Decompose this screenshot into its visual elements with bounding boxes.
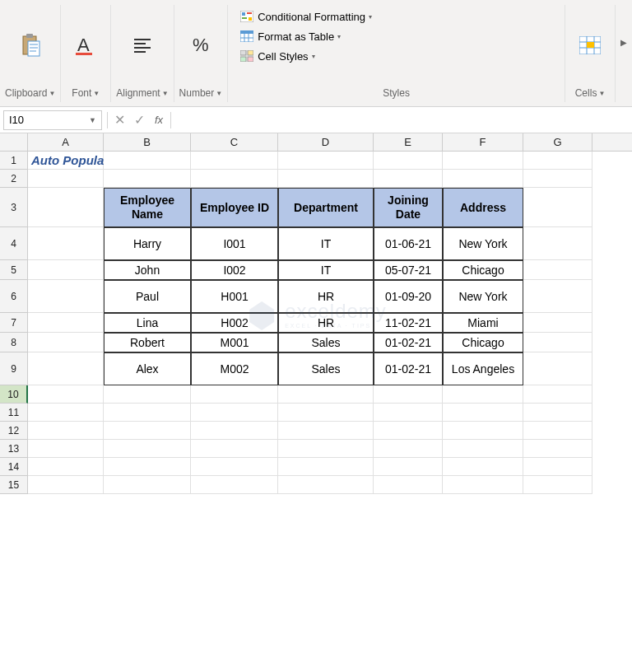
- cell[interactable]: [28, 170, 104, 188]
- chevron-down-icon[interactable]: ▼: [216, 90, 222, 97]
- table-cell[interactable]: Alex: [104, 352, 191, 385]
- table-cell[interactable]: Lina: [104, 313, 191, 333]
- enter-button[interactable]: ✓: [129, 110, 149, 130]
- cell[interactable]: [374, 476, 443, 494]
- row-header[interactable]: 15: [0, 476, 28, 494]
- cell[interactable]: [374, 458, 443, 476]
- table-cell[interactable]: 05-07-21: [374, 260, 443, 280]
- cell[interactable]: [28, 333, 104, 352]
- table-cell[interactable]: HR: [278, 313, 374, 333]
- cell[interactable]: [191, 422, 278, 440]
- chevron-down-icon[interactable]: ▾: [337, 33, 341, 40]
- cell[interactable]: [374, 404, 443, 422]
- table-cell[interactable]: Sales: [278, 333, 374, 352]
- alignment-button[interactable]: [123, 29, 162, 62]
- cell[interactable]: [278, 385, 374, 404]
- row-header[interactable]: 5: [0, 260, 28, 280]
- cell[interactable]: [374, 422, 443, 440]
- table-cell[interactable]: M002: [191, 352, 278, 385]
- cell[interactable]: [523, 422, 592, 440]
- table-cell[interactable]: Paul: [104, 280, 191, 313]
- row-header[interactable]: 13: [0, 440, 28, 458]
- cell[interactable]: [523, 152, 592, 170]
- cell[interactable]: [278, 152, 374, 170]
- cell[interactable]: [523, 404, 592, 422]
- clipboard-button[interactable]: [11, 29, 50, 62]
- row-header[interactable]: 14: [0, 458, 28, 476]
- cell[interactable]: [278, 476, 374, 494]
- name-box[interactable]: I10 ▼: [3, 110, 102, 130]
- cell[interactable]: [374, 170, 443, 188]
- cell[interactable]: [28, 260, 104, 280]
- table-cell[interactable]: Robert: [104, 333, 191, 352]
- cell[interactable]: [28, 313, 104, 333]
- cell[interactable]: [523, 333, 592, 352]
- cell[interactable]: [191, 385, 278, 404]
- cell[interactable]: [28, 352, 104, 385]
- table-cell[interactable]: M001: [191, 333, 278, 352]
- ribbon-more-button[interactable]: ▶: [616, 5, 632, 47]
- cell[interactable]: [104, 170, 191, 188]
- cell[interactable]: [523, 476, 592, 494]
- cell[interactable]: [28, 476, 104, 494]
- cell[interactable]: [191, 170, 278, 188]
- cell[interactable]: [278, 458, 374, 476]
- cell[interactable]: [278, 170, 374, 188]
- cell[interactable]: [191, 152, 278, 170]
- cell[interactable]: [28, 385, 104, 404]
- cell-styles-button[interactable]: Cell Styles ▾: [236, 48, 556, 64]
- cells-button[interactable]: [570, 29, 610, 62]
- table-header-cell[interactable]: Department: [278, 188, 374, 227]
- table-header-cell[interactable]: Address: [443, 188, 523, 227]
- cell[interactable]: [191, 476, 278, 494]
- cell[interactable]: [28, 280, 104, 313]
- table-cell[interactable]: 01-02-21: [374, 352, 443, 385]
- row-header[interactable]: 3: [0, 188, 28, 227]
- table-cell[interactable]: 01-09-20: [374, 280, 443, 313]
- table-cell[interactable]: Chicago: [443, 260, 523, 280]
- cell[interactable]: [278, 404, 374, 422]
- select-all-corner[interactable]: [0, 133, 28, 151]
- table-cell[interactable]: I001: [191, 227, 278, 260]
- cell[interactable]: [278, 440, 374, 458]
- cell[interactable]: [523, 227, 592, 260]
- row-header[interactable]: 11: [0, 404, 28, 422]
- cell[interactable]: [104, 458, 191, 476]
- cell[interactable]: [443, 440, 523, 458]
- cell[interactable]: [191, 440, 278, 458]
- cell[interactable]: [191, 458, 278, 476]
- chevron-down-icon[interactable]: ▼: [162, 90, 169, 97]
- cell[interactable]: [523, 260, 592, 280]
- row-header[interactable]: 9: [0, 352, 28, 385]
- table-header-cell[interactable]: Employee Name: [104, 188, 191, 227]
- table-cell[interactable]: H002: [191, 313, 278, 333]
- cell[interactable]: [28, 440, 104, 458]
- fx-button[interactable]: fx: [149, 110, 169, 130]
- table-cell[interactable]: H001: [191, 280, 278, 313]
- conditional-formatting-button[interactable]: Conditional Formatting ▾: [236, 8, 556, 25]
- cell[interactable]: [104, 404, 191, 422]
- chevron-down-icon[interactable]: ▼: [93, 90, 100, 97]
- font-button[interactable]: A: [66, 29, 105, 62]
- table-cell[interactable]: I002: [191, 260, 278, 280]
- table-header-cell[interactable]: Employee ID: [191, 188, 278, 227]
- cell[interactable]: [104, 385, 191, 404]
- cell[interactable]: [104, 422, 191, 440]
- row-header[interactable]: 6: [0, 280, 28, 313]
- number-button[interactable]: %: [181, 29, 221, 62]
- cell[interactable]: [104, 152, 191, 170]
- cell[interactable]: [374, 440, 443, 458]
- cell[interactable]: [28, 422, 104, 440]
- sheet-title[interactable]: Auto Populate Cells In Excel Based On An…: [28, 152, 104, 170]
- cancel-button[interactable]: ✕: [109, 110, 129, 130]
- table-header-cell[interactable]: Joining Date: [374, 188, 443, 227]
- cell[interactable]: [443, 458, 523, 476]
- cell[interactable]: [523, 458, 592, 476]
- table-cell[interactable]: IT: [278, 260, 374, 280]
- column-header[interactable]: E: [374, 133, 443, 151]
- row-header[interactable]: 1: [0, 152, 28, 170]
- cell[interactable]: [523, 280, 592, 313]
- cell[interactable]: [374, 152, 443, 170]
- cell[interactable]: [523, 385, 592, 404]
- cell[interactable]: [374, 385, 443, 404]
